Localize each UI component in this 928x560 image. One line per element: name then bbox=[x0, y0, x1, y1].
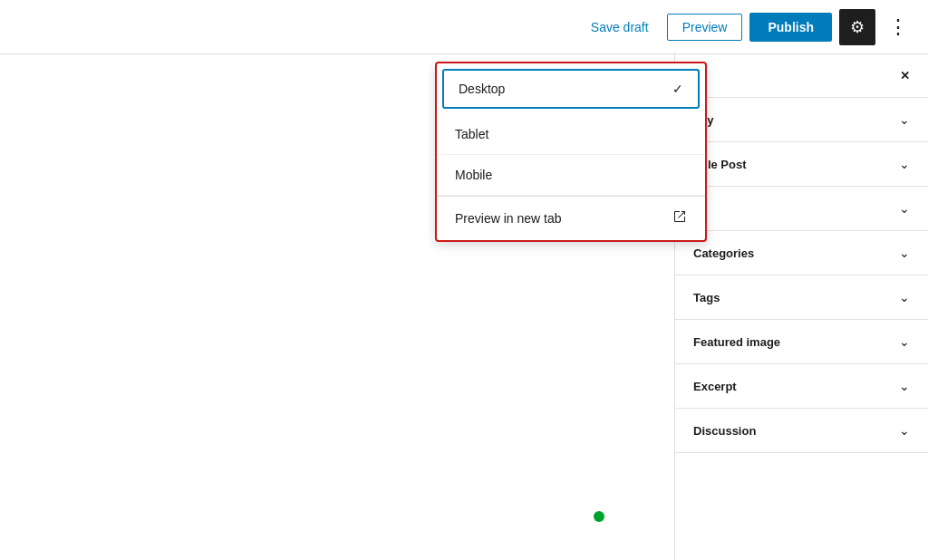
sidebar-item-discussion[interactable]: Discussion ⌄ bbox=[675, 409, 928, 453]
chevron-down-icon: ⌄ bbox=[899, 112, 910, 127]
sidebar-item-excerpt[interactable]: Excerpt ⌄ bbox=[675, 364, 928, 409]
more-options-button[interactable]: ⋮ bbox=[883, 12, 914, 43]
sidebar-item-empty[interactable]: ⌄ bbox=[675, 187, 928, 231]
chevron-down-icon: ⌄ bbox=[899, 379, 910, 393]
mobile-label: Mobile bbox=[455, 168, 492, 182]
preview-new-tab-label: Preview in new tab bbox=[455, 211, 562, 226]
green-status-dot bbox=[594, 511, 604, 522]
chevron-down-icon: ⌄ bbox=[899, 246, 910, 260]
sidebar-label-categories: Categories bbox=[693, 246, 754, 260]
dropdown-item-tablet[interactable]: Tablet bbox=[437, 114, 705, 155]
sidebar-label-discussion: Discussion bbox=[693, 424, 756, 438]
close-icon[interactable]: ✕ bbox=[900, 69, 910, 82]
sidebar-item-ngle-post[interactable]: ngle Post ⌄ bbox=[675, 142, 928, 187]
tablet-label: Tablet bbox=[455, 127, 488, 141]
preview-dropdown: Desktop ✓ Tablet Mobile Preview in new t… bbox=[435, 62, 707, 242]
sidebar-label-featured-image: Featured image bbox=[693, 335, 780, 349]
dropdown-item-desktop[interactable]: Desktop ✓ bbox=[442, 69, 700, 109]
sidebar-close-row[interactable]: ck ✕ bbox=[675, 54, 928, 98]
sidebar-panel: ck ✕ ility ⌄ ngle Post ⌄ ⌄ Categories ⌄ … bbox=[674, 54, 928, 560]
sidebar-label-tags: Tags bbox=[693, 291, 720, 304]
sidebar-item-categories[interactable]: Categories ⌄ bbox=[675, 231, 928, 275]
chevron-down-icon: ⌄ bbox=[899, 157, 910, 171]
chevron-down-icon: ⌄ bbox=[899, 423, 910, 438]
publish-button[interactable]: Publish bbox=[749, 13, 832, 42]
topbar: Save draft Preview Publish ⋮ bbox=[0, 0, 928, 54]
external-link-icon bbox=[672, 209, 687, 227]
sidebar-item-tags[interactable]: Tags ⌄ bbox=[675, 275, 928, 320]
sidebar-item-featured-image[interactable]: Featured image ⌄ bbox=[675, 320, 928, 364]
chevron-down-icon: ⌄ bbox=[899, 290, 910, 304]
chevron-down-icon: ⌄ bbox=[899, 334, 910, 349]
desktop-label: Desktop bbox=[459, 82, 505, 96]
sidebar-item-ility[interactable]: ility ⌄ bbox=[675, 98, 928, 142]
sidebar-label-excerpt: Excerpt bbox=[693, 380, 737, 393]
dropdown-item-mobile[interactable]: Mobile bbox=[437, 155, 705, 196]
chevron-down-icon: ⌄ bbox=[899, 201, 910, 216]
preview-button[interactable]: Preview bbox=[667, 14, 743, 41]
gear-icon bbox=[850, 17, 865, 37]
checkmark-icon: ✓ bbox=[672, 82, 683, 96]
save-draft-button[interactable]: Save draft bbox=[580, 14, 660, 40]
settings-button[interactable] bbox=[839, 9, 875, 45]
dropdown-item-preview-new-tab[interactable]: Preview in new tab bbox=[437, 197, 705, 240]
